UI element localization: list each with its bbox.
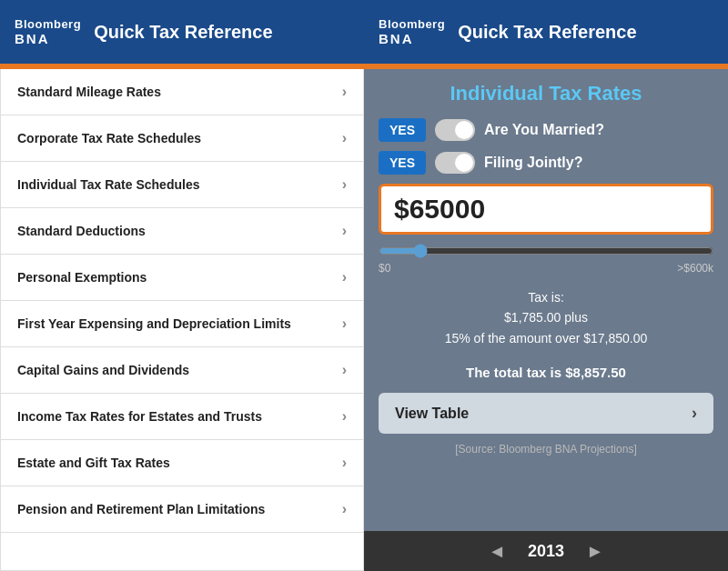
menu-item-label-standard-mileage: Standard Mileage Rates (17, 85, 342, 99)
menu-chevron-icon-first-year-expensing: › (342, 316, 347, 332)
bloomberg-logo-right: Bloomberg BNA (379, 17, 445, 46)
bna-text-left: BNA (15, 31, 50, 46)
menu-item-label-capital-gains: Capital Gains and Dividends (17, 363, 342, 377)
menu-item-pension-retirement[interactable]: Pension and Retirement Plan Limitations … (1, 486, 363, 533)
filing-jointly-row: YES Filing Jointly? (379, 151, 713, 175)
source-text: [Source: Bloomberg BNA Projections] (379, 443, 713, 456)
menu-item-income-tax-estates[interactable]: Income Tax Rates for Estates and Trusts … (1, 394, 363, 440)
menu-item-label-standard-deductions: Standard Deductions (17, 224, 342, 238)
left-panel: Bloomberg BNA Quick Tax Reference Standa… (0, 0, 364, 571)
menu-item-label-first-year-expensing: First Year Expensing and Depreciation Li… (17, 316, 342, 331)
menu-chevron-icon-capital-gains: › (342, 362, 347, 378)
menu-chevron-icon-pension-retirement: › (342, 501, 347, 517)
married-toggle[interactable] (435, 119, 475, 141)
filing-jointly-label: Filing Jointly? (484, 155, 582, 171)
menu-chevron-icon-personal-exemptions: › (342, 269, 347, 286)
right-header-title: Quick Tax Reference (458, 22, 636, 43)
right-panel: Bloomberg BNA Quick Tax Reference Indivi… (364, 0, 728, 571)
married-label: Are You Married? (484, 122, 604, 138)
right-footer: ◄ 2013 ► (364, 531, 728, 571)
menu-item-label-corporate-tax: Corporate Tax Rate Schedules (17, 131, 342, 145)
slider-labels: $0 >$600k (379, 262, 713, 275)
bloomberg-text-left: Bloomberg (15, 17, 81, 31)
menu-item-standard-mileage[interactable]: Standard Mileage Rates › (1, 69, 363, 115)
tax-line1: Tax is: (379, 287, 713, 307)
menu-item-label-personal-exemptions: Personal Exemptions (17, 270, 342, 285)
bloomberg-logo-left: Bloomberg BNA (15, 17, 81, 46)
slider-max-label: >$600k (677, 262, 713, 275)
left-header-title: Quick Tax Reference (94, 22, 272, 43)
menu-chevron-icon-corporate-tax: › (342, 130, 347, 146)
filing-jointly-toggle[interactable] (435, 152, 475, 174)
menu-item-label-pension-retirement: Pension and Retirement Plan Limitations (17, 502, 342, 516)
menu-item-label-income-tax-estates: Income Tax Rates for Estates and Trusts (17, 409, 342, 424)
menu-item-standard-deductions[interactable]: Standard Deductions › (1, 208, 363, 255)
menu-item-capital-gains[interactable]: Capital Gains and Dividends › (1, 347, 363, 394)
page-title: Individual Tax Rates (379, 82, 713, 105)
menu-chevron-icon-standard-deductions: › (342, 223, 347, 239)
total-tax: The total tax is $8,857.50 (379, 361, 713, 384)
right-header: Bloomberg BNA Quick Tax Reference (364, 0, 728, 64)
menu-chevron-icon-income-tax-estates: › (342, 408, 347, 425)
menu-item-label-individual-tax: Individual Tax Rate Schedules (17, 177, 342, 192)
year-label: 2013 (528, 542, 564, 561)
bloomberg-text-right: Bloomberg (379, 17, 445, 31)
view-table-chevron-icon: › (692, 404, 697, 423)
menu-item-personal-exemptions[interactable]: Personal Exemptions › (1, 255, 363, 301)
slider-container: $0 >$600k (379, 244, 713, 275)
right-content: Individual Tax Rates YES Are You Married… (364, 69, 728, 531)
menu-item-label-estate-gift-tax: Estate and Gift Tax Rates (17, 456, 342, 470)
menu-item-individual-tax[interactable]: Individual Tax Rate Schedules › (1, 162, 363, 208)
tax-line2: $1,785.00 plus (379, 307, 713, 327)
menu-item-first-year-expensing[interactable]: First Year Expensing and Depreciation Li… (1, 301, 363, 347)
menu-item-corporate-tax[interactable]: Corporate Tax Rate Schedules › (1, 115, 363, 162)
tax-result: Tax is: $1,785.00 plus 15% of the amount… (379, 284, 713, 352)
bna-text-right: BNA (379, 31, 414, 46)
amount-input[interactable] (379, 184, 713, 235)
filing-jointly-yes-badge[interactable]: YES (379, 151, 426, 175)
view-table-button[interactable]: View Table › (379, 393, 713, 434)
menu-list: Standard Mileage Rates › Corporate Tax R… (0, 69, 364, 571)
prev-year-button[interactable]: ◄ (488, 541, 506, 562)
left-header: Bloomberg BNA Quick Tax Reference (0, 0, 364, 64)
menu-chevron-icon-estate-gift-tax: › (342, 455, 347, 471)
menu-item-estate-gift-tax[interactable]: Estate and Gift Tax Rates › (1, 440, 363, 486)
married-row: YES Are You Married? (379, 118, 713, 142)
amount-slider[interactable] (379, 244, 713, 258)
menu-chevron-icon-individual-tax: › (342, 176, 347, 193)
tax-line3: 15% of the amount over $17,850.00 (379, 328, 713, 348)
view-table-label: View Table (395, 406, 469, 422)
menu-chevron-icon-standard-mileage: › (342, 84, 347, 100)
slider-min-label: $0 (379, 262, 390, 275)
next-year-button[interactable]: ► (586, 541, 604, 562)
married-yes-badge[interactable]: YES (379, 118, 426, 142)
